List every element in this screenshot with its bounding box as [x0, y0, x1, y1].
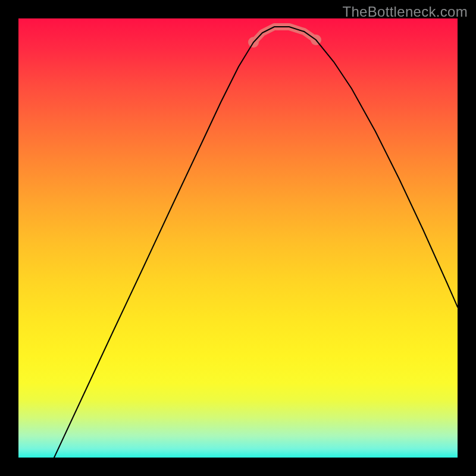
curve-svg — [18, 18, 458, 458]
chart-frame: TheBottleneck.com — [0, 0, 476, 476]
main-curve — [54, 27, 458, 458]
watermark-text: TheBottleneck.com — [342, 4, 468, 20]
accent-segment — [253, 27, 316, 42]
plot-area — [18, 18, 458, 458]
